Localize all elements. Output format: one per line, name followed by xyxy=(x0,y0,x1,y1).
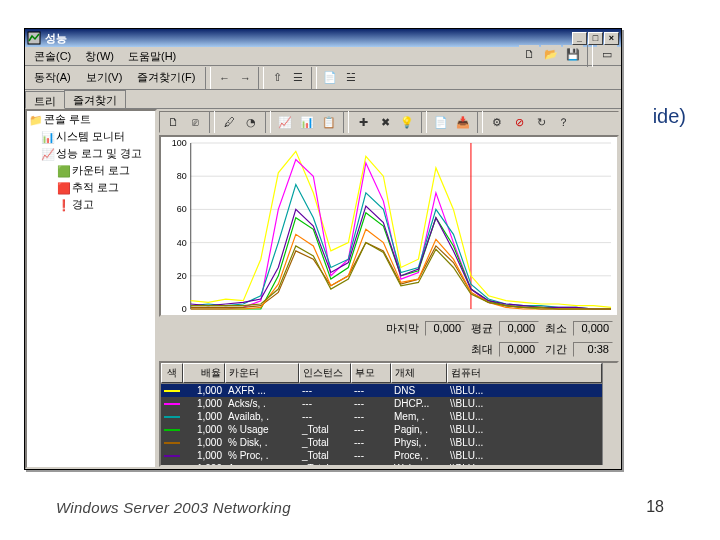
tree-root[interactable]: 📁 콘솔 루트 xyxy=(27,111,155,128)
tree-alerts[interactable]: ❗ 경고 xyxy=(27,196,155,213)
help-icon[interactable]: ？ xyxy=(553,113,573,131)
col-scale[interactable]: 배율 xyxy=(183,363,225,383)
chart-view-icon[interactable]: 📈 xyxy=(275,113,295,131)
cell-scale: 1,000 xyxy=(183,436,225,449)
cell-counter: % Usage xyxy=(225,423,299,436)
highlight-icon[interactable]: 💡 xyxy=(397,113,417,131)
col-object[interactable]: 개체 xyxy=(391,363,447,383)
menu-fav[interactable]: 즐겨찾기(F) xyxy=(130,69,202,86)
histogram-view-icon[interactable]: 📊 xyxy=(297,113,317,131)
paste-icon[interactable]: 📥 xyxy=(453,113,473,131)
grid-body[interactable]: 1,000AXFR ...------DNS\\BLU...1,000Acks/… xyxy=(161,384,602,467)
nav-fwd-icon[interactable]: → xyxy=(235,69,255,87)
tree-label: 추적 로그 xyxy=(72,180,119,195)
menu-view[interactable]: 보기(V) xyxy=(79,69,130,86)
col-computer[interactable]: 컴퓨터 xyxy=(447,363,602,383)
counter-grid[interactable]: 색 배율 카운터 인스턴스 부모 개체 컴퓨터 1,000AXFR ...---… xyxy=(159,361,619,467)
svg-text:80: 80 xyxy=(177,171,187,181)
cell-counter: Availab, . xyxy=(225,410,299,423)
svg-text:60: 60 xyxy=(177,204,187,214)
new-counter-set-icon[interactable]: 🗋 xyxy=(163,113,183,131)
cell-scale: 1,000 xyxy=(183,449,225,462)
tree-perf-logs[interactable]: 📈 성능 로그 및 경고 xyxy=(27,145,155,162)
cell-parent: --- xyxy=(351,462,391,467)
properties-icon[interactable]: ⚙ xyxy=(487,113,507,131)
nav-back-icon[interactable]: ← xyxy=(214,69,234,87)
properties-icon[interactable]: 📄 xyxy=(320,69,340,87)
console-menubar[interactable]: 콘솔(C) 창(W) 도움말(H) 🗋 📂 💾 ▭ xyxy=(25,47,621,66)
cell-object: Physi, . xyxy=(391,436,447,449)
cell-counter: Acks/s, . xyxy=(225,397,299,410)
doc-open-icon[interactable]: 📂 xyxy=(541,45,561,63)
table-row[interactable]: 1,000% Disk, ._Total---Physi, .\\BLU... xyxy=(161,436,602,449)
chart-area[interactable]: 020406080100 xyxy=(159,135,619,317)
app-icon xyxy=(27,31,41,45)
cell-instance: _Total xyxy=(299,436,351,449)
table-row[interactable]: 1,000AXFR ...------DNS\\BLU... xyxy=(161,384,602,397)
svg-text:40: 40 xyxy=(177,238,187,248)
table-row[interactable]: 1,000Acks/s, .------DHCP...\\BLU... xyxy=(161,397,602,410)
update-icon[interactable]: ↻ xyxy=(531,113,551,131)
menu-action[interactable]: 동작(A) xyxy=(27,69,78,86)
tab-favorites[interactable]: 즐겨찾기 xyxy=(64,90,126,108)
grid-scrollbar[interactable] xyxy=(602,363,617,467)
tab-tree[interactable]: 트리 xyxy=(25,91,65,109)
cell-counter: Anony, . xyxy=(225,462,299,467)
min-label: 최소 xyxy=(545,321,567,336)
cell-computer: \\BLU... xyxy=(447,436,602,449)
chart-toolbar: 🗋 ⎚ 🖊 ◔ 📈 📊 📋 ✚ ✖ 💡 📄 📥 ⚙ ⊘ ↻ xyxy=(159,111,619,133)
cell-parent: --- xyxy=(351,397,391,410)
separator xyxy=(258,67,264,89)
tree-panel[interactable]: 📁 콘솔 루트 📊 시스템 모니터 📈 성능 로그 및 경고 🟩 카운터 로그 … xyxy=(25,109,157,469)
cell-computer: \\BLU... xyxy=(447,384,602,397)
table-row[interactable]: 1,000Anony, ._Total---Web ...\\BLU... xyxy=(161,462,602,467)
cell-computer: \\BLU... xyxy=(447,397,602,410)
nav-up-icon[interactable]: ⇧ xyxy=(267,69,287,87)
doc-mdi-icon[interactable]: ▭ xyxy=(597,45,617,63)
clear-display-icon[interactable]: ⎚ xyxy=(185,113,205,131)
logs-icon: 📈 xyxy=(41,148,54,160)
last-label: 마지막 xyxy=(386,321,419,336)
col-parent[interactable]: 부모 xyxy=(351,363,391,383)
col-color[interactable]: 색 xyxy=(161,363,183,383)
tree-label: 경고 xyxy=(72,197,94,212)
report-view-icon[interactable]: 📋 xyxy=(319,113,339,131)
close-button[interactable]: × xyxy=(604,32,619,45)
log-data-icon[interactable]: ◔ xyxy=(241,113,261,131)
tree-trace-logs[interactable]: 🟥 추적 로그 xyxy=(27,179,155,196)
show-hide-icon[interactable]: ☰ xyxy=(288,69,308,87)
menu-console[interactable]: 콘솔(C) xyxy=(27,48,78,65)
cell-scale: 1,000 xyxy=(183,462,225,467)
grid-header[interactable]: 색 배율 카운터 인스턴스 부모 개체 컴퓨터 xyxy=(161,363,602,384)
col-counter[interactable]: 카운터 xyxy=(225,363,299,383)
svg-text:100: 100 xyxy=(172,138,187,148)
copy-icon[interactable]: 📄 xyxy=(431,113,451,131)
separator xyxy=(477,111,483,133)
cell-counter: AXFR ... xyxy=(225,384,299,397)
minimize-button[interactable]: _ xyxy=(572,32,587,45)
cell-instance: --- xyxy=(299,410,351,423)
menu-help[interactable]: 도움말(H) xyxy=(121,48,183,65)
table-row[interactable]: 1,000% Proc, ._Total---Proce, .\\BLU... xyxy=(161,449,602,462)
tracelog-icon: 🟥 xyxy=(57,182,70,194)
list-icon[interactable]: ☱ xyxy=(341,69,361,87)
doc-new-icon[interactable]: 🗋 xyxy=(519,45,539,63)
tree-system-monitor[interactable]: 📊 시스템 모니터 xyxy=(27,128,155,145)
monitor-icon: 📊 xyxy=(41,131,54,143)
delete-counter-icon[interactable]: ✖ xyxy=(375,113,395,131)
separator xyxy=(343,111,349,133)
table-row[interactable]: 1,000% Usage_Total---Pagin, .\\BLU... xyxy=(161,423,602,436)
doc-save-icon[interactable]: 💾 xyxy=(563,45,583,63)
cell-parent: --- xyxy=(351,423,391,436)
separator xyxy=(311,67,317,89)
svg-text:0: 0 xyxy=(182,304,187,314)
freeze-icon[interactable]: ⊘ xyxy=(509,113,529,131)
add-counter-icon[interactable]: ✚ xyxy=(353,113,373,131)
current-activity-icon[interactable]: 🖊 xyxy=(219,113,239,131)
menu-window[interactable]: 창(W) xyxy=(78,48,121,65)
col-instance[interactable]: 인스턴스 xyxy=(299,363,351,383)
table-row[interactable]: 1,000Availab, .------Mem, .\\BLU... xyxy=(161,410,602,423)
tree-tabs: 트리 즐겨찾기 xyxy=(25,90,621,109)
maximize-button[interactable]: □ xyxy=(588,32,603,45)
tree-counter-logs[interactable]: 🟩 카운터 로그 xyxy=(27,162,155,179)
